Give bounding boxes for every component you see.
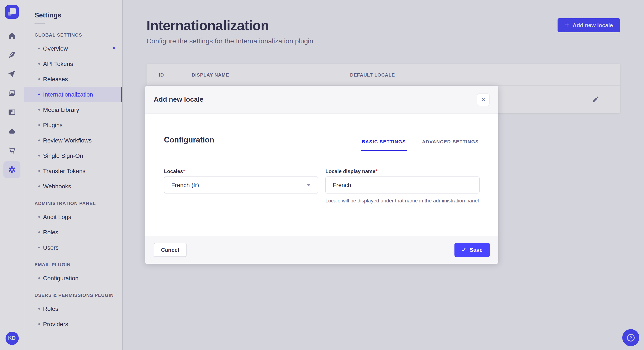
display-name-input[interactable] bbox=[326, 176, 480, 193]
display-name-hint: Locale will be displayed under that name… bbox=[326, 197, 480, 204]
display-name-label: Locale display name* bbox=[326, 169, 480, 174]
modal-footer: Cancel ✓ Save bbox=[145, 236, 498, 264]
tab-advanced-settings[interactable]: ADVANCED SETTINGS bbox=[421, 139, 480, 151]
locales-label: Locales* bbox=[164, 169, 318, 174]
required-asterisk: * bbox=[376, 169, 377, 174]
locales-field: Locales* French (fr) bbox=[164, 169, 318, 204]
save-button[interactable]: ✓ Save bbox=[454, 243, 490, 257]
cancel-button[interactable]: Cancel bbox=[154, 243, 186, 257]
configuration-header-row: Configuration BASIC SETTINGS ADVANCED SE… bbox=[164, 114, 480, 151]
configuration-title: Configuration bbox=[164, 136, 214, 151]
modal-body: Configuration BASIC SETTINGS ADVANCED SE… bbox=[145, 114, 498, 236]
chevron-down-icon bbox=[307, 184, 311, 186]
modal-header: Add new locale ✕ bbox=[145, 86, 498, 114]
tab-basic-settings[interactable]: BASIC SETTINGS bbox=[361, 139, 407, 151]
add-locale-modal: Add new locale ✕ Configuration BASIC SET… bbox=[145, 86, 498, 264]
locales-select-value: French (fr) bbox=[171, 181, 199, 188]
app-root: KD Settings GLOBAL SETTINGS Overview API… bbox=[0, 0, 644, 350]
modal-title: Add new locale bbox=[154, 96, 204, 103]
check-icon: ✓ bbox=[462, 247, 466, 253]
required-asterisk: * bbox=[183, 169, 185, 174]
settings-tabs: BASIC SETTINGS ADVANCED SETTINGS bbox=[361, 139, 480, 151]
locales-select[interactable]: French (fr) bbox=[164, 176, 318, 193]
form-fields-row: Locales* French (fr) Locale display name… bbox=[164, 169, 480, 204]
display-name-field: Locale display name* Locale will be disp… bbox=[326, 169, 480, 204]
close-icon[interactable]: ✕ bbox=[476, 93, 490, 106]
